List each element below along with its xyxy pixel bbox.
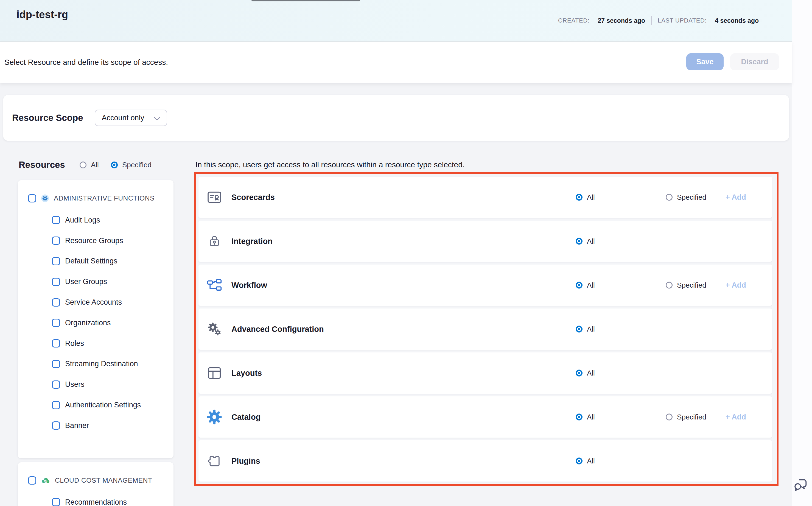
- group-checkbox[interactable]: [28, 476, 36, 485]
- item-label: Streaming Destination: [65, 359, 138, 368]
- list-item: Streaming Destination: [18, 354, 174, 374]
- all-radio[interactable]: [576, 238, 583, 245]
- resource-group-card-ccm: $ CLOUD COST MANAGEMENT Recommendations: [18, 462, 174, 506]
- resource-scope-value: Account only: [102, 114, 144, 122]
- resource-group-card-administrative: ADMINISTRATIVE FUNCTIONS Audit Logs Reso…: [18, 180, 174, 458]
- lock-icon: [206, 234, 223, 248]
- all-radio[interactable]: [576, 414, 583, 421]
- resource-type-label: Workflow: [231, 281, 267, 290]
- add-button[interactable]: + Add: [725, 193, 746, 202]
- puzzle-icon: [206, 454, 223, 468]
- resource-type-row-scorecards: Scorecards All Specified + Add: [198, 177, 772, 218]
- add-button[interactable]: + Add: [725, 413, 746, 421]
- specified-radio[interactable]: [111, 162, 118, 168]
- specified-radio[interactable]: [666, 414, 673, 421]
- resource-type-label: Scorecards: [231, 193, 275, 202]
- add-button[interactable]: + Add: [725, 281, 746, 289]
- all-radio[interactable]: [576, 370, 583, 376]
- resource-scope-dropdown[interactable]: Account only: [95, 110, 167, 126]
- all-radio[interactable]: [80, 162, 87, 168]
- list-item: Roles: [18, 333, 174, 354]
- all-option[interactable]: All: [576, 325, 595, 334]
- save-button[interactable]: Save: [686, 53, 724, 70]
- svg-text:$: $: [45, 480, 47, 483]
- item-checkbox[interactable]: [52, 360, 60, 368]
- resources-specified-option[interactable]: Specified: [111, 161, 151, 169]
- resource-type-row-layouts: Layouts All: [198, 352, 772, 394]
- screen-edge-artifact: [251, 0, 360, 1]
- all-radio-label: All: [587, 369, 595, 377]
- resource-type-label: Layouts: [231, 369, 262, 378]
- timestamps: CREATED:27 seconds ago LAST UPDATED:4 se…: [558, 0, 759, 41]
- item-checkbox[interactable]: [52, 298, 60, 307]
- all-radio[interactable]: [576, 282, 583, 289]
- resource-types-highlight-box: Scorecards All Specified + Add Integrati…: [194, 172, 779, 486]
- discard-button[interactable]: Discard: [730, 53, 779, 70]
- item-checkbox[interactable]: [52, 237, 60, 245]
- all-option[interactable]: All: [576, 193, 595, 202]
- all-radio[interactable]: [576, 458, 583, 465]
- item-checkbox[interactable]: [52, 498, 60, 506]
- resources-heading: Resources: [19, 160, 80, 170]
- specified-radio[interactable]: [666, 194, 673, 201]
- all-option[interactable]: All: [576, 413, 595, 421]
- item-label: Banner: [65, 421, 89, 430]
- item-label: Audit Logs: [65, 216, 100, 225]
- item-label: Users: [65, 380, 85, 389]
- item-label: Default Settings: [65, 257, 117, 265]
- list-item: User Groups: [18, 271, 174, 292]
- chat-support-button[interactable]: [793, 477, 809, 493]
- group-header: $ CLOUD COST MANAGEMENT: [28, 475, 174, 486]
- specified-radio-label: Specified: [677, 193, 706, 202]
- workflow-icon: [206, 279, 223, 291]
- all-option[interactable]: All: [576, 369, 595, 377]
- resource-type-row-plugins: Plugins All: [198, 440, 772, 482]
- gear-icon: [206, 409, 223, 425]
- item-label: Organizations: [65, 319, 111, 327]
- specified-option[interactable]: Specified: [666, 413, 706, 421]
- scorecard-icon: [206, 190, 223, 205]
- right-gutter: [792, 0, 812, 506]
- resources-all-option[interactable]: All: [80, 161, 99, 169]
- group-checkbox[interactable]: [28, 194, 36, 202]
- resource-type-row-workflow: Workflow All Specified + Add: [198, 264, 772, 306]
- all-radio-label: All: [587, 457, 595, 466]
- item-label: Authentication Settings: [65, 401, 141, 409]
- item-checkbox[interactable]: [52, 319, 60, 327]
- item-label: Recommendations: [65, 498, 127, 506]
- specified-option[interactable]: Specified: [666, 193, 706, 202]
- all-option[interactable]: All: [576, 457, 595, 466]
- group-items: Audit Logs Resource Groups Default Setti…: [18, 210, 174, 436]
- specified-radio-label: Specified: [677, 413, 706, 421]
- list-item: Users: [18, 374, 174, 395]
- item-checkbox[interactable]: [52, 339, 60, 347]
- item-label: Service Accounts: [65, 298, 122, 307]
- all-option[interactable]: All: [576, 237, 595, 246]
- scope-instruction: In this scope, users get access to all r…: [195, 160, 465, 169]
- item-checkbox[interactable]: [52, 401, 60, 409]
- item-checkbox[interactable]: [52, 421, 60, 430]
- all-radio-label: All: [587, 193, 595, 202]
- all-radio[interactable]: [576, 326, 583, 333]
- item-checkbox[interactable]: [52, 257, 60, 265]
- list-item: Recommendations: [18, 492, 174, 506]
- all-radio-label: All: [587, 281, 595, 289]
- resource-scope-card: Resource Scope Account only: [3, 95, 789, 141]
- resource-type-row-catalog: Catalog All Specified + Add: [198, 396, 772, 438]
- all-radio-label: All: [587, 413, 595, 421]
- item-checkbox[interactable]: [52, 216, 60, 224]
- specified-radio[interactable]: [666, 282, 673, 289]
- item-checkbox[interactable]: [52, 381, 60, 389]
- group-items: Recommendations: [18, 492, 174, 506]
- all-option[interactable]: All: [576, 281, 595, 289]
- action-toolbar: Select Resource and define its scope of …: [0, 42, 792, 83]
- all-radio-label: All: [587, 325, 595, 334]
- item-checkbox[interactable]: [52, 278, 60, 286]
- last-updated-value: 4 seconds ago: [715, 17, 759, 24]
- all-radio[interactable]: [576, 194, 583, 201]
- gears-icon: [206, 322, 223, 337]
- created-value: 27 seconds ago: [598, 17, 645, 24]
- resource-type-row-advanced-configuration: Advanced Configuration All: [198, 309, 772, 350]
- specified-radio-label: Specified: [122, 161, 151, 169]
- specified-option[interactable]: Specified: [666, 281, 706, 289]
